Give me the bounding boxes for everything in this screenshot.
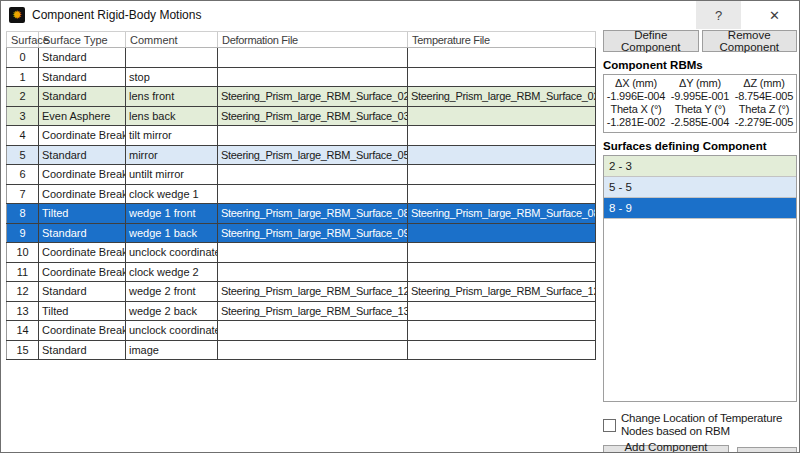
surface-table: SurfaceSurface TypeCommentDeformation Fi… [6, 31, 596, 360]
cell-deformation [218, 321, 408, 340]
temperature-nodes-checkbox-row[interactable]: Change Location of Temperature Nodes bas… [603, 412, 797, 438]
cell-surface: 1 [6, 68, 39, 87]
cell-deformation: Steering_Prism_large_RBM_Surface_02_Defo… [218, 87, 408, 106]
cell-comment: clock wedge 1 [126, 185, 218, 204]
table-row[interactable]: 14Coordinate Breakunclock coordinates [6, 321, 596, 341]
table-row[interactable]: 3Even Aspherelens backSteering_Prism_lar… [6, 107, 596, 127]
column-header: Temperature File [408, 32, 596, 47]
component-rbms-heading: Component RBMs [603, 59, 797, 71]
cell-type: Standard [39, 341, 126, 360]
cell-temperature [408, 263, 596, 282]
table-row[interactable]: 4Coordinate Breaktilt mirror [6, 126, 596, 146]
cancel-button[interactable]: Cancel [737, 447, 797, 453]
cell-surface: 11 [6, 263, 39, 282]
table-row[interactable]: 12Standardwedge 2 frontSteering_Prism_la… [6, 282, 596, 302]
close-icon[interactable]: ✕ [752, 1, 797, 29]
cell-comment: lens front [126, 87, 218, 106]
cell-temperature [408, 321, 596, 340]
rbm-value: -1.996E-004 [604, 90, 668, 103]
cell-deformation: Steering_Prism_large_RBM_Surface_08_Defo… [218, 204, 408, 223]
cell-temperature [408, 224, 596, 243]
table-row[interactable]: 8Tiltedwedge 1 frontSteering_Prism_large… [6, 204, 596, 224]
remove-component-button[interactable]: Remove Component [702, 30, 798, 52]
cell-deformation [218, 48, 408, 67]
cell-surface: 4 [6, 126, 39, 145]
cell-comment: tilt mirror [126, 126, 218, 145]
cell-deformation [218, 341, 408, 360]
cell-type: Even Asphere [39, 107, 126, 126]
cell-surface: 6 [6, 165, 39, 184]
rbm-value: ΔX (mm) [604, 77, 668, 90]
define-component-button[interactable]: Define Component [603, 30, 699, 52]
cell-type: Standard [39, 224, 126, 243]
cell-comment: untilt mirror [126, 165, 218, 184]
cell-temperature [408, 126, 596, 145]
app-icon: ✹ [9, 7, 25, 23]
cell-temperature [408, 302, 596, 321]
rbm-value: Theta Y (°) [668, 103, 732, 116]
cell-comment: wedge 2 back [126, 302, 218, 321]
cell-comment: unclock coordinates [126, 321, 218, 340]
surface-range-item[interactable]: 5 - 5 [604, 177, 796, 198]
surfaces-defining-heading: Surfaces defining Component [603, 140, 797, 152]
table-row[interactable]: 15Standardimage [6, 341, 596, 361]
table-row[interactable]: 11Coordinate Breakclock wedge 2 [6, 263, 596, 283]
cell-deformation: Steering_Prism_large_RBM_Surface_03_Defo… [218, 107, 408, 126]
cell-type: Coordinate Break [39, 243, 126, 262]
window-title: Component Rigid-Body Motions [32, 8, 201, 22]
rbm-value: -2.585E-004 [668, 116, 732, 129]
cell-temperature [408, 165, 596, 184]
cell-deformation: Steering_Prism_large_RBM_Surface_09_Defo… [218, 224, 408, 243]
cell-type: Standard [39, 87, 126, 106]
column-header: Comment [126, 32, 218, 47]
cell-deformation [218, 263, 408, 282]
cell-deformation [218, 68, 408, 87]
cell-surface: 2 [6, 87, 39, 106]
surface-range-item[interactable]: 8 - 9 [604, 198, 796, 219]
table-row[interactable]: 2Standardlens frontSteering_Prism_large_… [6, 87, 596, 107]
table-row[interactable]: 6Coordinate Breakuntilt mirror [6, 165, 596, 185]
rbm-value: -1.281E-002 [604, 116, 668, 129]
column-header: Surface [6, 32, 39, 47]
cell-temperature: Steering_Prism_large_RBM_Surface_08_Temp [408, 204, 596, 223]
right-panel: Define Component Remove Component Compon… [603, 30, 797, 453]
title-bar: ✹ Component Rigid-Body Motions ? ✕ [1, 1, 799, 29]
surface-range-item[interactable]: 2 - 3 [604, 156, 796, 177]
help-button[interactable]: ? [696, 1, 741, 29]
cell-surface: 8 [6, 204, 39, 223]
cell-temperature: Steering_Prism_large_RBM_Surface_02_Temp [408, 87, 596, 106]
cell-temperature [408, 185, 596, 204]
component-rbms-box: ΔX (mm)ΔY (mm)ΔZ (mm)-1.996E-004-9.995E-… [603, 74, 797, 133]
table-row[interactable]: 0Standard [6, 48, 596, 68]
table-row[interactable]: 10Coordinate Breakunclock coordinates [6, 243, 596, 263]
cell-comment [126, 48, 218, 67]
cell-temperature: Steering_Prism_large_RBM_Surface_12_Temp [408, 282, 596, 301]
surface-table-header: SurfaceSurface TypeCommentDeformation Fi… [6, 31, 596, 48]
cell-comment: clock wedge 2 [126, 263, 218, 282]
cell-type: Coordinate Break [39, 165, 126, 184]
cell-comment: unclock coordinates [126, 243, 218, 262]
table-row[interactable]: 5StandardmirrorSteering_Prism_large_RBM_… [6, 146, 596, 166]
temperature-nodes-checkbox[interactable] [603, 419, 616, 432]
table-row[interactable]: 9Standardwedge 1 backSteering_Prism_larg… [6, 224, 596, 244]
column-header: Deformation File [218, 32, 408, 47]
cell-surface: 14 [6, 321, 39, 340]
cell-type: Standard [39, 146, 126, 165]
cell-surface: 7 [6, 185, 39, 204]
component-rigid-body-motions-dialog: ✹ Component Rigid-Body Motions ? ✕ Surfa… [0, 0, 800, 453]
rbm-value: -2.279E-005 [732, 116, 796, 129]
column-header: Surface Type [39, 32, 126, 47]
table-row[interactable]: 13Tiltedwedge 2 backSteering_Prism_large… [6, 302, 596, 322]
cell-type: Standard [39, 48, 126, 67]
cell-surface: 13 [6, 302, 39, 321]
cell-deformation: Steering_Prism_large_RBM_Surface_05_Defo… [218, 146, 408, 165]
add-component-rbms-button[interactable]: Add Component RBMs as Coordinate Breaks [603, 445, 729, 453]
table-row[interactable]: 1Standardstop [6, 68, 596, 88]
cell-deformation [218, 243, 408, 262]
cell-surface: 9 [6, 224, 39, 243]
cell-comment: wedge 1 front [126, 204, 218, 223]
cell-comment: stop [126, 68, 218, 87]
cell-temperature [408, 107, 596, 126]
cell-temperature [408, 243, 596, 262]
table-row[interactable]: 7Coordinate Breakclock wedge 1 [6, 185, 596, 205]
